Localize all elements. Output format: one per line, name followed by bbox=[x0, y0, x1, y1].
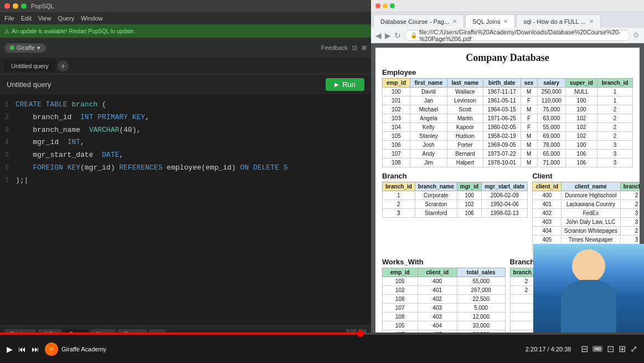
tab-bar: Untitled query + bbox=[0, 58, 371, 74]
table-row: 400Dunmore Highschool2 bbox=[533, 191, 640, 200]
emp-col-empid: emp_id bbox=[383, 79, 410, 88]
table-row: 102MichaelScott1964-03-15M75,0001002 bbox=[383, 105, 633, 114]
browser-maximize-btn[interactable] bbox=[390, 3, 395, 8]
progress-dot bbox=[357, 330, 364, 337]
branch-col-name: branch_name bbox=[415, 182, 457, 191]
run-button[interactable]: ▶ Run bbox=[326, 78, 364, 91]
lock-icon: 🔒 bbox=[410, 32, 417, 38]
client-table-section: Client client_id client_name branch_id 4… bbox=[532, 172, 640, 253]
table-row: 106JoshPorter1969-09-05M78,0001003 bbox=[383, 141, 633, 150]
current-time: 2:20:17 bbox=[525, 346, 546, 352]
extension-icon: ⚙ bbox=[633, 31, 640, 39]
subtitles-icon[interactable]: ⊟ bbox=[581, 344, 588, 354]
browser-tab-close-0[interactable]: ✕ bbox=[452, 18, 457, 24]
connection-name: Giraffe bbox=[17, 44, 35, 51]
skip-forward-btn[interactable]: ⏭ bbox=[32, 345, 39, 354]
code-editor[interactable]: 1 CREATE TABLE branch ( 2 branch_id INT … bbox=[0, 94, 371, 325]
code-line-5: 5 mgr_start_date DATE, bbox=[0, 149, 371, 162]
table-row: 104KellyKapoor1980-02-05F55,0001022 bbox=[383, 123, 633, 132]
branch-table: branch_id branch_name mgr_id mgr_start_d… bbox=[382, 182, 528, 218]
query-tab[interactable]: Untitled query bbox=[4, 60, 55, 71]
url-box[interactable]: 🔒 file:///C:/Users/Giraffe%20Academy/Dow… bbox=[404, 30, 630, 41]
table-row: 105StanleyHudson1958-02-19M69,0001022 bbox=[383, 132, 633, 141]
browser-tab-label-2: sql - How do a FULL ... bbox=[523, 18, 585, 25]
refresh-btn[interactable]: ↻ bbox=[394, 31, 401, 40]
browser-close-btn[interactable] bbox=[375, 3, 380, 8]
connection-chevron: ▾ bbox=[37, 44, 40, 52]
table-row: 101JanLevinson1961-05-11F110,0001001 bbox=[383, 96, 633, 105]
theater-icon[interactable]: ⊞ bbox=[619, 344, 626, 354]
branch-client-row: Branch branch_id branch_name mgr_id mgr_… bbox=[382, 172, 633, 253]
ww-col-empid: emp_id bbox=[383, 268, 418, 277]
table-row: 108JimHalpert1978-10-01M71,0001063 bbox=[383, 159, 633, 167]
fullscreen-icon[interactable]: ⤢ bbox=[630, 344, 637, 354]
hd-badge: HD bbox=[593, 346, 602, 352]
progress-bar-container[interactable] bbox=[0, 333, 644, 335]
table-row: 2Scranton1021992-04-06 bbox=[383, 200, 528, 209]
emp-col-firstname: first_name bbox=[410, 79, 447, 88]
table-row: 10540433,000 bbox=[383, 321, 506, 330]
query-header: Untitled query ▶ Run bbox=[0, 74, 371, 94]
back-btn[interactable]: ◀ bbox=[375, 31, 382, 40]
branch-col-id: branch_id bbox=[383, 182, 415, 191]
client-col-branchid: branch_id bbox=[620, 182, 640, 191]
emp-col-sex: sex bbox=[521, 79, 537, 88]
close-window-btn[interactable] bbox=[4, 3, 10, 9]
minimize-window-btn[interactable] bbox=[13, 3, 18, 9]
table-row: 402FedEx3 bbox=[533, 209, 640, 218]
connection-status-dot bbox=[10, 45, 14, 50]
employee-table: emp_id first_name last_name birth_date s… bbox=[382, 78, 633, 167]
browser-tab-1[interactable]: SQL Joins ✕ bbox=[465, 14, 515, 28]
menu-edit[interactable]: Edit bbox=[21, 15, 32, 22]
window-controls bbox=[4, 3, 27, 9]
table-row: 405Times Newspaper3 bbox=[533, 236, 640, 244]
branch-col-mgrstart: mgr_start_date bbox=[482, 182, 528, 191]
emp-col-branchid: branch_id bbox=[597, 79, 633, 88]
update-notification[interactable]: ⚠ An update is available! Restart PopSQL… bbox=[0, 24, 371, 38]
browser-tab-label-0: Database Course - Pag... bbox=[380, 18, 449, 25]
browser-tab-0[interactable]: Database Course - Pag... ✕ bbox=[373, 14, 464, 28]
forward-btn[interactable]: ▶ bbox=[385, 31, 391, 40]
employee-table-section: Employee emp_id first_name last_name bir… bbox=[382, 68, 633, 167]
menu-view[interactable]: View bbox=[38, 15, 51, 22]
add-tab-btn[interactable]: + bbox=[58, 60, 69, 71]
title-bar: PopSQL bbox=[0, 0, 371, 12]
menu-window[interactable]: Window bbox=[81, 15, 102, 22]
update-text: An update is available! Restart PopSQL t… bbox=[12, 28, 135, 34]
menu-file[interactable]: File bbox=[4, 15, 14, 22]
branch-table-title: Branch bbox=[382, 172, 528, 180]
query-title: Untitled query bbox=[7, 80, 51, 89]
browser-tab-2[interactable]: sql - How do a FULL ... ✕ bbox=[516, 14, 600, 28]
table-row: 3Stamford1061998-02-13 bbox=[383, 209, 528, 218]
connection-badge[interactable]: Giraffe ▾ bbox=[4, 43, 46, 53]
table-row: 102401267,000 bbox=[383, 286, 506, 295]
browser-minimize-btn[interactable] bbox=[383, 3, 388, 8]
video-controls: ▶ ⏮ ⏭ G Giraffe Academy 2:20:17 / 4:20:3… bbox=[0, 333, 644, 363]
table-row: 10840222,500 bbox=[383, 295, 506, 304]
browser-tab-close-1[interactable]: ✕ bbox=[503, 18, 508, 24]
play-btn[interactable]: ▶ bbox=[7, 345, 13, 354]
table-row: 401Lackawana Country2 bbox=[533, 200, 640, 209]
table-row: 403John Daly Law, LLC3 bbox=[533, 218, 640, 227]
code-line-1: 1 CREATE TABLE branch ( bbox=[0, 99, 371, 111]
pip-icon[interactable]: ⊡ bbox=[607, 344, 614, 354]
menu-query[interactable]: Query bbox=[58, 15, 74, 22]
client-col-name: client_name bbox=[561, 182, 621, 191]
table-row: 107AndyBernard1973-07-22M65,0001063 bbox=[383, 150, 633, 159]
maximize-window-btn[interactable] bbox=[21, 3, 27, 9]
emp-col-birthdate: birth_date bbox=[483, 79, 521, 88]
channel-name: Giraffe Academy bbox=[61, 346, 106, 352]
progress-bar-fill bbox=[0, 333, 360, 335]
table-row: 1Corporate1002006-02-09 bbox=[383, 191, 528, 200]
feedback-btn[interactable]: Feedback bbox=[321, 44, 348, 51]
channel-logo: G Giraffe Academy bbox=[45, 342, 106, 356]
browser-tab-close-2[interactable]: ✕ bbox=[589, 18, 594, 24]
client-col-id: client_id bbox=[533, 182, 561, 191]
channel-logo-circle: G bbox=[45, 342, 58, 356]
code-line-7: 7 ); bbox=[0, 175, 371, 187]
time-display: 2:20:17 / 4:20:38 bbox=[525, 346, 571, 352]
code-line-2: 2 branch_id INT PRIMARY KEY, bbox=[0, 111, 371, 124]
address-bar: ◀ ▶ ↻ 🔒 file:///C:/Users/Giraffe%20Acade… bbox=[371, 28, 644, 43]
skip-back-btn[interactable]: ⏮ bbox=[18, 345, 26, 354]
code-line-4: 4 mgr_id INT, bbox=[0, 136, 371, 149]
